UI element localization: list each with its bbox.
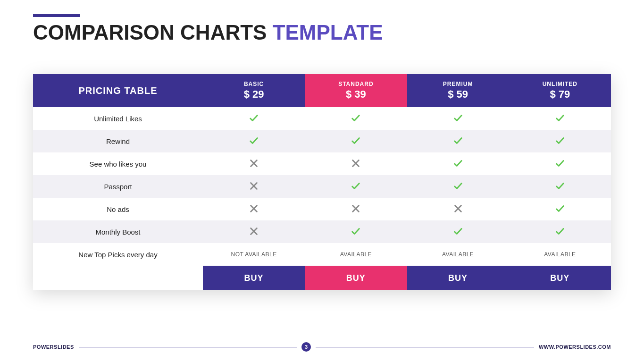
check-icon — [351, 113, 361, 125]
feature-cell — [203, 220, 305, 243]
feature-cell — [407, 175, 509, 198]
plan-price: $ 39 — [346, 88, 366, 101]
feature-cell — [305, 220, 407, 243]
pricing-table: PRICING TABLEBASIC$ 29STANDARD$ 39PREMIU… — [33, 61, 611, 303]
feature-label: Passport — [33, 175, 203, 198]
spacer — [33, 61, 203, 74]
spacer — [33, 290, 203, 303]
cross-icon — [351, 203, 361, 215]
plan-name: STANDARD — [338, 81, 373, 87]
check-icon — [453, 158, 463, 170]
feature-cell — [407, 198, 509, 220]
page-title: COMPARISON CHARTS TEMPLATE — [33, 21, 611, 44]
title-part2: TEMPLATE — [273, 21, 383, 44]
buy-button-standard[interactable]: BUY — [305, 266, 407, 290]
plan-header-standard: STANDARD$ 39 — [305, 74, 407, 107]
feature-cell — [407, 130, 509, 152]
page-number: 3 — [301, 342, 311, 352]
check-icon — [453, 113, 463, 125]
feature-cell — [203, 175, 305, 198]
plan-name: UNLIMITED — [543, 81, 577, 87]
plan-header-premium: PREMIUM$ 59 — [407, 74, 509, 107]
buy-button-premium[interactable]: BUY — [407, 266, 509, 290]
plan-price: $ 59 — [448, 88, 468, 101]
check-icon — [555, 181, 565, 193]
feature-cell — [407, 107, 509, 130]
feature-cell — [509, 198, 611, 220]
feature-cell — [203, 152, 305, 175]
feature-label: No ads — [33, 198, 203, 220]
plan-price: $ 29 — [244, 88, 264, 101]
plan-name: BASIC — [244, 81, 264, 87]
spacer — [509, 61, 611, 74]
buy-button-unlimited[interactable]: BUY — [509, 266, 611, 290]
feature-label: See who likes you — [33, 152, 203, 175]
cross-icon — [249, 181, 259, 193]
feature-cell — [305, 175, 407, 198]
cross-icon — [249, 203, 259, 215]
feature-label: New Top Picks every day — [33, 243, 203, 266]
feature-label: Unlimited Likes — [33, 107, 203, 130]
check-icon — [249, 113, 259, 125]
feature-label: Monthly Boost — [33, 220, 203, 243]
feature-cell — [407, 220, 509, 243]
feature-cell — [509, 152, 611, 175]
feature-cell: AVAILABLE — [407, 243, 509, 266]
check-icon — [555, 158, 565, 170]
featured-overshoot-bottom — [305, 290, 407, 303]
feature-cell: NOT AVAILABLE — [203, 243, 305, 266]
spacer — [509, 290, 611, 303]
feature-cell — [509, 220, 611, 243]
feature-cell — [509, 107, 611, 130]
check-icon — [453, 135, 463, 147]
title-part1: COMPARISON CHARTS — [33, 21, 273, 44]
feature-cell — [203, 107, 305, 130]
plan-header-basic: BASIC$ 29 — [203, 74, 305, 107]
feature-label: Rewind — [33, 130, 203, 152]
cross-icon — [453, 203, 463, 215]
slide: COMPARISON CHARTS TEMPLATE PRICING TABLE… — [0, 0, 644, 362]
title-rule — [33, 14, 80, 17]
header-label: PRICING TABLE — [33, 74, 203, 107]
brand: POWERSLIDES — [33, 344, 74, 350]
plan-header-unlimited: UNLIMITED$ 79 — [509, 74, 611, 107]
plan-name: PREMIUM — [443, 81, 473, 87]
check-icon — [555, 203, 565, 215]
feature-cell — [305, 152, 407, 175]
footer-url: WWW.POWERSLIDES.COM — [539, 344, 611, 350]
cross-icon — [249, 158, 259, 170]
check-icon — [249, 135, 259, 147]
check-icon — [351, 181, 361, 193]
spacer — [407, 290, 509, 303]
check-icon — [453, 181, 463, 193]
plan-price: $ 79 — [550, 88, 570, 101]
spacer — [203, 290, 305, 303]
feature-cell — [203, 130, 305, 152]
cross-icon — [351, 158, 361, 170]
buy-button-basic[interactable]: BUY — [203, 266, 305, 290]
check-icon — [555, 113, 565, 125]
feature-cell — [305, 130, 407, 152]
spacer — [33, 266, 203, 290]
check-icon — [351, 135, 361, 147]
feature-cell: AVAILABLE — [509, 243, 611, 266]
footer-line-right — [316, 347, 534, 347]
spacer — [407, 61, 509, 74]
feature-cell — [305, 107, 407, 130]
check-icon — [555, 226, 565, 238]
feature-cell — [407, 152, 509, 175]
cross-icon — [249, 226, 259, 238]
feature-cell — [305, 198, 407, 220]
footer-line-left — [79, 347, 297, 347]
feature-cell — [509, 130, 611, 152]
check-icon — [453, 226, 463, 238]
feature-cell — [203, 198, 305, 220]
feature-cell: AVAILABLE — [305, 243, 407, 266]
featured-overshoot-top — [305, 61, 407, 74]
slide-footer: POWERSLIDES 3 WWW.POWERSLIDES.COM — [33, 342, 611, 352]
spacer — [203, 61, 305, 74]
feature-cell — [509, 175, 611, 198]
check-icon — [351, 226, 361, 238]
check-icon — [555, 135, 565, 147]
